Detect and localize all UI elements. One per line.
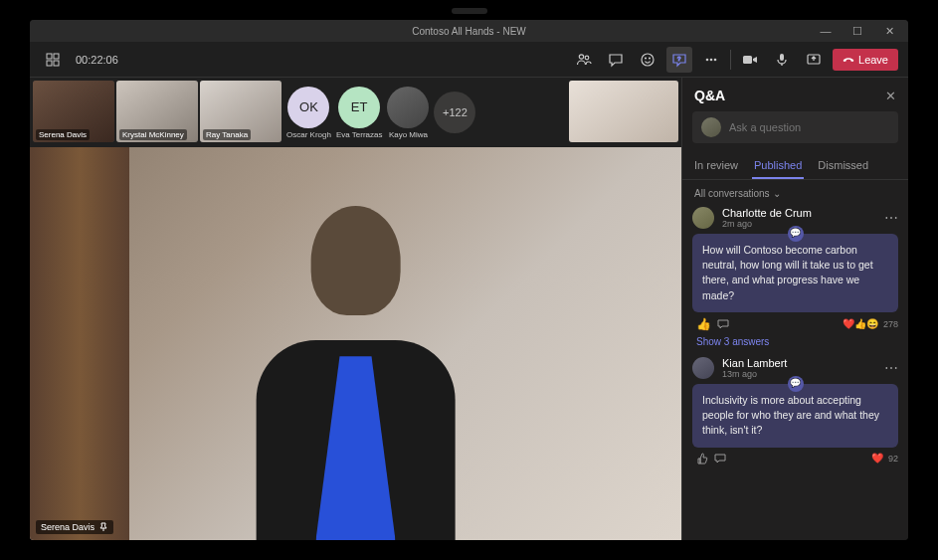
meeting-toolbar: 00:22:06 ?: [30, 42, 908, 78]
participant-avatar[interactable]: Kayo Miwa: [387, 87, 429, 139]
svg-rect-1: [54, 54, 59, 59]
author-name: Kian Lambert: [722, 357, 876, 369]
tab-published[interactable]: Published: [752, 153, 804, 179]
more-actions-icon[interactable]: [698, 47, 724, 73]
svg-point-5: [585, 56, 589, 60]
participant-tile[interactable]: Serena Davis: [33, 81, 114, 142]
participant-avatar[interactable]: ET Eva Terrazas: [336, 87, 383, 139]
svg-point-6: [642, 54, 654, 66]
participant-tile[interactable]: [569, 81, 678, 142]
hangup-icon: [843, 54, 854, 66]
qa-panel-title: Q&A: [694, 88, 725, 103]
qa-panel: Q&A ✕ In review Published Dismissed All …: [681, 78, 908, 540]
message-more-icon[interactable]: ⋯: [884, 360, 898, 376]
window-title: Contoso All Hands - NEW: [412, 26, 526, 37]
people-icon[interactable]: [571, 47, 597, 73]
participant-gallery: Serena Davis Krystal McKinney Ray Tanaka…: [30, 78, 681, 147]
maximize-button[interactable]: ☐: [843, 22, 872, 40]
speaker-name-label: Serena Davis: [36, 520, 113, 534]
share-screen-icon[interactable]: [801, 47, 827, 73]
message-more-icon[interactable]: ⋯: [884, 210, 898, 226]
author-avatar[interactable]: [692, 357, 714, 379]
ask-question-input[interactable]: [692, 111, 898, 143]
participant-name: Kayo Miwa: [389, 130, 428, 139]
question-input-field[interactable]: [729, 121, 889, 133]
close-panel-button[interactable]: ✕: [885, 89, 896, 103]
qa-message: Kian Lambert 13m ago ⋯ 💬 Inclusivity is …: [692, 357, 898, 465]
participant-avatar[interactable]: OK Oscar Krogh: [286, 87, 331, 139]
featured-badge-icon: 💬: [788, 226, 804, 242]
reaction-summary[interactable]: ❤️👍😄 278: [843, 318, 898, 329]
svg-text:?: ?: [677, 56, 681, 62]
svg-rect-13: [743, 56, 752, 64]
tab-dismissed[interactable]: Dismissed: [816, 153, 870, 179]
svg-point-10: [706, 58, 709, 61]
participant-name: Ray Tanaka: [203, 129, 251, 140]
message-bubble[interactable]: 💬 Inclusivity is more about accepting pe…: [692, 384, 898, 448]
comment-button[interactable]: [717, 318, 729, 330]
window-titlebar: Contoso All Hands - NEW — ☐ ✕: [30, 20, 908, 42]
reaction-summary[interactable]: ❤️ 92: [871, 453, 898, 464]
svg-point-7: [646, 58, 647, 59]
like-reaction-button[interactable]: 👍: [696, 317, 711, 331]
participant-name: Eva Terrazas: [336, 130, 383, 139]
featured-badge-icon: 💬: [788, 376, 804, 392]
svg-point-12: [714, 58, 717, 61]
author-avatar[interactable]: [692, 207, 714, 229]
svg-rect-2: [47, 61, 52, 66]
chat-icon[interactable]: [603, 47, 629, 73]
qa-icon[interactable]: ?: [666, 47, 692, 73]
user-avatar: [701, 117, 721, 137]
meeting-timer: 00:22:06: [76, 54, 118, 66]
svg-rect-14: [780, 54, 784, 61]
qa-tabs: In review Published Dismissed: [682, 153, 908, 180]
svg-rect-3: [54, 61, 59, 66]
leave-button[interactable]: Leave: [833, 49, 898, 71]
svg-point-8: [650, 58, 651, 59]
participant-tile[interactable]: Krystal McKinney: [116, 81, 198, 142]
mic-icon[interactable]: [769, 47, 795, 73]
show-answers-link[interactable]: Show 3 answers: [692, 336, 898, 347]
qa-message: Charlotte de Crum 2m ago ⋯ 💬 How will Co…: [692, 207, 898, 347]
minimize-button[interactable]: —: [811, 22, 841, 40]
participant-name: Krystal McKinney: [119, 129, 187, 140]
svg-point-4: [579, 54, 583, 58]
camera-icon[interactable]: [737, 47, 763, 73]
chevron-down-icon: ⌄: [773, 188, 781, 199]
participant-tile[interactable]: Ray Tanaka: [200, 81, 281, 142]
conversation-filter-dropdown[interactable]: All conversations ⌄: [682, 180, 908, 207]
overflow-participants-button[interactable]: +122: [434, 92, 475, 133]
message-bubble[interactable]: 💬 How will Contoso become carbon neutral…: [692, 234, 898, 312]
tab-in-review[interactable]: In review: [692, 153, 740, 179]
pin-icon: [98, 522, 108, 532]
main-speaker-video[interactable]: Serena Davis: [30, 147, 681, 540]
reactions-icon[interactable]: [635, 47, 660, 73]
participant-name: Serena Davis: [36, 129, 90, 140]
gallery-view-icon[interactable]: [40, 47, 66, 73]
svg-rect-0: [47, 54, 52, 59]
close-window-button[interactable]: ✕: [874, 22, 904, 40]
author-name: Charlotte de Crum: [722, 207, 876, 219]
like-reaction-button[interactable]: [696, 453, 708, 465]
comment-button[interactable]: [714, 453, 726, 465]
participant-name: Oscar Krogh: [286, 130, 331, 139]
svg-point-11: [710, 58, 713, 61]
